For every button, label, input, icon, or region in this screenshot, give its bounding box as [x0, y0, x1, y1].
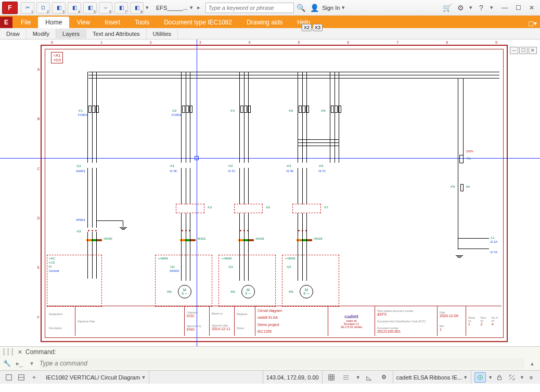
lbl-pe: XP001: [76, 218, 85, 221]
panel-tab-text[interactable]: Text and Attributes: [86, 29, 147, 38]
ribbon-tab-insert[interactable]: Insert: [97, 17, 127, 28]
status-bar: ＋ IEC1082 VERTICAL/ Circuit Diagram▼ 143…: [0, 370, 540, 384]
status-anno-dropdown[interactable]: ▼: [488, 375, 493, 380]
maximize-button[interactable]: ☐: [512, 3, 524, 13]
titlebar: F ✂1 🗋2 ◧3 ◧4 ◧5 ↔6 ◧7 ◧8 ▾ EFS_____... …: [0, 0, 540, 16]
lbl-k4: -K4: [318, 164, 323, 167]
svg-point-3: [343, 375, 344, 376]
ribbon-tab-home[interactable]: Home: [38, 17, 69, 28]
help-dropdown-icon[interactable]: ▾: [490, 4, 493, 11]
ribbon-tab-view[interactable]: View: [69, 17, 97, 28]
status-settings-icon[interactable]: ⚙: [378, 372, 390, 383]
qat-btn-6[interactable]: ↔6: [99, 2, 112, 14]
status-customize-icon[interactable]: ≡: [525, 372, 537, 383]
svg-point-9: [343, 378, 344, 380]
keytip-x2: X2: [302, 24, 312, 31]
status-snap-dropdown[interactable]: ▼: [356, 375, 361, 380]
command-input[interactable]: [40, 358, 524, 369]
user-icon[interactable]: 👤: [308, 2, 320, 14]
qat-btn-1[interactable]: ✂1: [21, 2, 34, 14]
ribbon-tab-file[interactable]: File: [14, 17, 38, 28]
lbl-fc1: FC001: [78, 113, 87, 116]
lbl-t1: -T1: [466, 157, 471, 160]
lbl-k2: -K2: [228, 164, 233, 167]
lbl-f9: -F9: [450, 185, 455, 188]
status-lock-icon[interactable]: [494, 372, 505, 383]
quick-access-toolbar: ✂1 🗋2 ◧3 ◧4 ◧5 ↔6 ◧7 ◧8: [21, 2, 144, 14]
svg-point-4: [345, 375, 346, 376]
minimize-button[interactable]: —: [498, 3, 511, 13]
qat-btn-2[interactable]: 🗋2: [36, 2, 50, 14]
status-grid-icon[interactable]: [326, 372, 337, 383]
viewport-min-icon[interactable]: —: [510, 47, 518, 54]
cart-icon[interactable]: 🛒: [441, 2, 453, 14]
panel-tab-layers[interactable]: Layers: [56, 29, 86, 38]
ruler-top: 0123456789: [41, 41, 508, 45]
app-menu-button[interactable]: F: [2, 2, 18, 14]
status-layout-icon[interactable]: [16, 372, 27, 383]
qat-btn-7[interactable]: ◧7: [114, 2, 128, 14]
status-plus-icon[interactable]: ＋: [28, 372, 40, 383]
ribbon-tab-tools[interactable]: Tools: [127, 17, 157, 28]
status-scale-icon[interactable]: [506, 372, 518, 383]
status-angle-icon[interactable]: [364, 372, 375, 383]
qat-btn-8[interactable]: ◧8: [130, 2, 144, 14]
command-label: Command:: [25, 348, 56, 356]
ribbon: E File Home View Insert Tools Document t…: [0, 16, 540, 28]
share-dropdown-icon[interactable]: ▾: [469, 4, 472, 11]
sign-in-link[interactable]: Sign In: [322, 5, 340, 11]
command-history-icon[interactable]: ▴: [528, 360, 537, 367]
close-button[interactable]: ✕: [525, 3, 538, 13]
panel-tab-modify[interactable]: Modify: [27, 29, 56, 38]
ribbon-tab-e[interactable]: E: [0, 17, 12, 28]
titleblock: Designation Description Signature Date O…: [47, 306, 502, 336]
status-anno-icon[interactable]: [474, 372, 486, 383]
status-layout-name[interactable]: IEC1082 VERTICAL/ Circuit Diagram▼: [43, 371, 149, 384]
status-workspace[interactable]: cadett ELSA Ribbons IE...▼: [393, 371, 472, 384]
lbl-l1: -L1: [490, 236, 495, 239]
share-icon[interactable]: ⚙: [455, 2, 466, 14]
ribbon-tab-drawingaids[interactable]: Drawing aids: [239, 17, 290, 28]
lbl-w101: -W101: [197, 237, 206, 240]
lbl-fc2: FC002: [172, 113, 181, 116]
lbl-f6: -F6: [288, 109, 293, 112]
lbl-sa1: SA001: [76, 169, 85, 173]
ribbon-tab-doctype[interactable]: Document type IEC1082: [157, 17, 239, 28]
help-search-input[interactable]: [205, 3, 294, 13]
command-grip-icon[interactable]: ┇┇┇: [2, 348, 15, 356]
lbl-k1: -K1: [170, 164, 174, 167]
qat-btn-5[interactable]: ◧5: [83, 2, 97, 14]
status-snap-icon[interactable]: [340, 372, 352, 383]
ribbon-collapse-icon[interactable]: ▢▾: [525, 19, 540, 28]
panel-tab-draw[interactable]: Draw: [0, 29, 27, 38]
command-panel: ┇┇┇ ✕ Command: 🔧 ▸_ ▾ ▴: [0, 346, 540, 370]
doc-dropdown-icon[interactable]: ▾: [190, 4, 193, 11]
status-scale-dropdown[interactable]: ▼: [520, 375, 524, 380]
status-model-icon[interactable]: [3, 372, 15, 383]
lbl-f2: -F2: [172, 109, 176, 112]
qat-dropdown-icon[interactable]: ▾: [146, 4, 149, 11]
drawing-canvas[interactable]: 0123456789 ABCDEF — ☐ ✕ =A1+D3 -F1 -F2 -…: [0, 40, 540, 346]
search-icon[interactable]: 🔍: [295, 2, 306, 14]
lbl-f1: -F1: [78, 109, 83, 112]
svg-point-7: [345, 377, 346, 378]
help-icon[interactable]: ?: [475, 2, 487, 14]
qat-btn-4[interactable]: ◧4: [68, 2, 81, 14]
viewport-close-icon[interactable]: ✕: [529, 47, 537, 54]
signin-dropdown-icon[interactable]: ▾: [342, 4, 345, 11]
motor-3: M 3 ∼: [300, 285, 313, 298]
command-chevron-icon[interactable]: ▾: [27, 360, 36, 367]
svg-point-8: [347, 377, 348, 378]
status-coords: 143.04, 172.69, 0.00: [263, 371, 323, 384]
svg-point-11: [347, 378, 348, 380]
viewport-max-icon[interactable]: ☐: [519, 47, 528, 54]
lbl-f4: -F4: [230, 109, 235, 112]
svg-point-13: [480, 376, 481, 378]
doc-nav-icon[interactable]: ▸: [197, 4, 200, 11]
document-name: EFS_____...: [156, 5, 188, 11]
command-close-icon[interactable]: ✕: [18, 349, 22, 356]
panel-tab-utilities[interactable]: Utilities: [147, 29, 178, 38]
command-tool-icon[interactable]: 🔧: [2, 360, 11, 367]
svg-point-10: [345, 378, 346, 380]
qat-btn-3[interactable]: ◧3: [52, 2, 66, 14]
